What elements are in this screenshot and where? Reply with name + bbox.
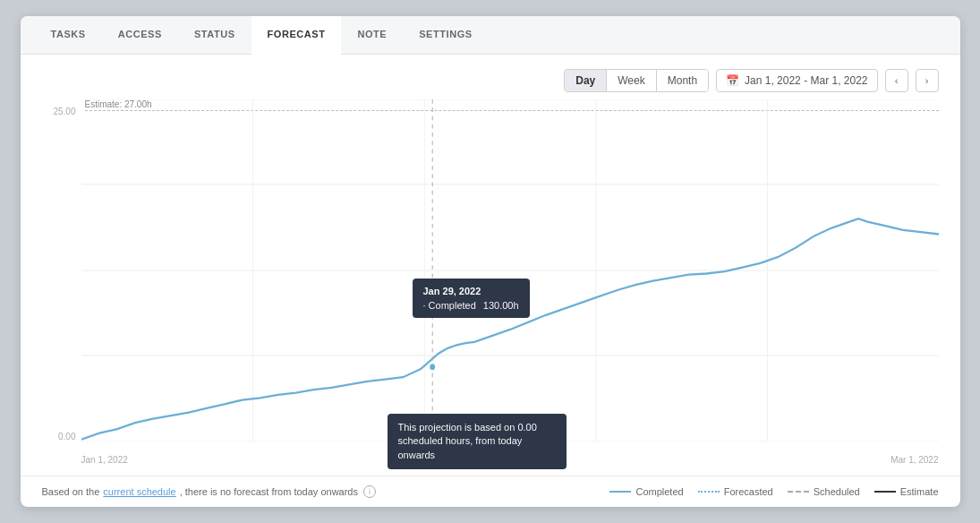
calendar-icon: 📅: [726, 74, 739, 87]
legend-estimate-label: Estimate: [900, 486, 939, 497]
legend-estimate: Estimate: [874, 486, 939, 497]
legend-estimate-line: [874, 491, 896, 493]
footer-text-before: Based on the: [42, 486, 100, 497]
footer: Based on the current schedule , there is…: [21, 476, 960, 507]
legend-scheduled-label: Scheduled: [814, 486, 860, 497]
legend-forecasted-label: Forecasted: [724, 486, 773, 497]
month-button[interactable]: Month: [657, 70, 708, 91]
chart-toolbar: Day Week Month 📅 Jan 1, 2022 - Mar 1, 20…: [42, 69, 939, 92]
prev-button[interactable]: ‹: [885, 69, 908, 92]
info-icon[interactable]: i: [363, 485, 376, 498]
x-label-start: Jan 1, 2022: [81, 455, 128, 465]
day-button[interactable]: Day: [565, 70, 607, 91]
y-axis: 25.00 0.00: [42, 99, 81, 442]
tab-settings[interactable]: SETTINGS: [403, 16, 488, 54]
footer-text: Based on the current schedule , there is…: [42, 485, 377, 498]
current-schedule-link[interactable]: current schedule: [103, 486, 175, 497]
tab-status[interactable]: STATUS: [178, 16, 251, 54]
date-range-text: Jan 1, 2022 - Mar 1, 2022: [745, 74, 867, 87]
main-card: TASKS ACCESS STATUS FORECAST NOTE SETTIN…: [21, 16, 960, 507]
main-content: Day Week Month 📅 Jan 1, 2022 - Mar 1, 20…: [21, 55, 960, 476]
legend-scheduled: Scheduled: [788, 486, 860, 497]
legend-completed-label: Completed: [635, 486, 683, 497]
legend-forecasted-line: [698, 491, 720, 493]
period-selector: Day Week Month: [564, 69, 709, 92]
tab-tasks[interactable]: TASKS: [35, 16, 102, 54]
y-label-bottom: 0.00: [42, 432, 81, 442]
chart-legend: Completed Forecasted Scheduled Estimate: [609, 486, 938, 497]
legend-scheduled-line: [788, 491, 809, 493]
date-range-picker[interactable]: 📅 Jan 1, 2022 - Mar 1, 2022: [716, 69, 877, 92]
chart-svg: [81, 99, 939, 442]
footer-text-after: , there is no forecast from today onward…: [180, 486, 358, 497]
tab-forecast[interactable]: FORECAST: [251, 16, 342, 55]
completed-line: [81, 219, 939, 440]
info-tooltip: This projection is based on 0.00 schedul…: [388, 414, 567, 469]
week-button[interactable]: Week: [607, 70, 656, 91]
tab-bar: TASKS ACCESS STATUS FORECAST NOTE SETTIN…: [21, 16, 960, 55]
next-button[interactable]: ›: [916, 69, 939, 92]
y-label-top: 25.00: [42, 107, 81, 116]
tab-access[interactable]: ACCESS: [102, 16, 178, 54]
x-label-end: Mar 1, 2022: [891, 455, 938, 465]
legend-forecasted: Forecasted: [698, 486, 773, 497]
legend-completed-line: [609, 491, 631, 493]
chart-svg-container: Jan 29, 2022 · Completed 130.00h: [81, 99, 939, 442]
legend-completed: Completed: [609, 486, 683, 497]
tab-note[interactable]: NOTE: [341, 16, 403, 54]
tooltip-dot: [429, 363, 436, 371]
